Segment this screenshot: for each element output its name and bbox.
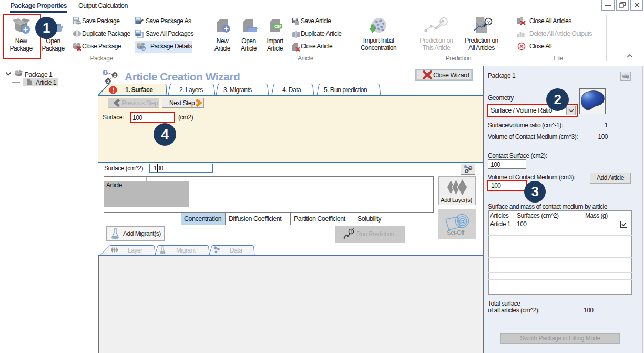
- svg-text:?: ?: [443, 19, 445, 25]
- svg-text:?: ?: [487, 19, 490, 25]
- svg-text:?: ?: [350, 230, 352, 234]
- svg-text:CSV: CSV: [274, 25, 281, 28]
- svg-text:o: o: [142, 47, 145, 51]
